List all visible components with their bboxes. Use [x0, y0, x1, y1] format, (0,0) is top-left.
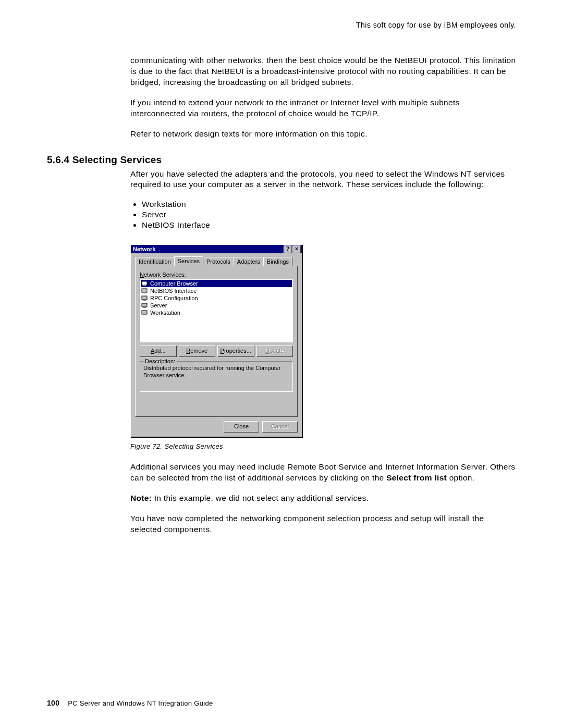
paragraph-1: communicating with other networks, then … — [130, 55, 516, 88]
footer-title: PC Server and Windows NT Integration Gui… — [68, 699, 213, 707]
svg-rect-1 — [143, 285, 146, 286]
tab-strip: Identification Services Protocols Adapte… — [135, 256, 298, 266]
service-label: Computer Browser — [150, 280, 198, 287]
services-listbox[interactable]: Computer Browser NetBIOS Interface — [140, 279, 293, 342]
tab-protocols[interactable]: Protocols — [203, 257, 234, 266]
service-icon — [141, 295, 149, 301]
dialog-cancel-button[interactable]: Cancel — [262, 421, 298, 433]
bullet-list: Workstation Server NetBIOS Interface — [130, 200, 516, 230]
tab-panel-services: Network Services: Computer Browser — [135, 266, 298, 417]
paragraph-4: After you have selected the adapters and… — [130, 169, 516, 191]
page-number: 100 — [47, 699, 59, 707]
dialog-close-button[interactable]: Close — [224, 421, 259, 433]
section-heading: 5.6.4 Selecting Services — [47, 154, 516, 166]
service-icon — [141, 280, 149, 287]
tab-bindings[interactable]: Bindings — [263, 257, 292, 266]
service-item-server[interactable]: Server — [141, 302, 292, 309]
list-item: Workstation — [142, 200, 516, 209]
paragraph-5: Additional services you may need include… — [130, 462, 516, 484]
update-button[interactable]: Update — [256, 346, 293, 357]
dialog-title: Network — [132, 246, 283, 252]
tab-adapters[interactable]: Adapters — [234, 257, 264, 266]
service-icon — [141, 288, 149, 294]
network-dialog: Network ? × Identification Services Prot… — [130, 244, 302, 437]
service-label: Server — [150, 302, 167, 309]
figure-caption: Figure 72. Selecting Services — [130, 442, 516, 450]
help-button[interactable]: ? — [284, 245, 292, 253]
service-icon — [141, 302, 149, 309]
list-item: NetBIOS Interface — [142, 220, 516, 230]
svg-rect-0 — [142, 281, 147, 285]
description-text: Distributed protocol required for runnin… — [143, 365, 289, 378]
svg-rect-3 — [143, 292, 146, 293]
tab-services[interactable]: Services — [174, 256, 203, 266]
service-item-rpc[interactable]: RPC Configuration — [141, 294, 292, 302]
page-footer: 100 PC Server and Windows NT Integration… — [47, 699, 213, 707]
add-button[interactable]: Add... — [140, 346, 177, 357]
tab-identification[interactable]: Identification — [135, 257, 175, 266]
list-label: Network Services: — [140, 272, 293, 278]
service-label: Workstation — [150, 310, 180, 316]
svg-rect-2 — [142, 289, 147, 292]
svg-rect-7 — [143, 307, 146, 308]
figure: Network ? × Identification Services Prot… — [130, 244, 516, 437]
service-label: RPC Configuration — [150, 295, 198, 301]
close-button[interactable]: × — [292, 245, 301, 253]
service-icon — [141, 310, 149, 316]
service-item-netbios[interactable]: NetBIOS Interface — [141, 287, 292, 294]
svg-rect-4 — [142, 296, 147, 300]
description-label: Description: — [143, 358, 177, 364]
paragraph-3: Refer to network design texts for more i… — [130, 129, 516, 140]
remove-button[interactable]: Remove — [179, 346, 216, 357]
paragraph-7: You have now completed the networking co… — [130, 513, 516, 535]
properties-button[interactable]: Properties... — [217, 346, 254, 357]
service-item-workstation[interactable]: Workstation — [141, 309, 292, 316]
service-label: NetBIOS Interface — [150, 288, 197, 294]
svg-rect-5 — [143, 300, 146, 301]
titlebar: Network ? × — [131, 245, 302, 253]
description-group: Description: Distributed protocol requir… — [140, 361, 293, 391]
service-item-computer-browser[interactable]: Computer Browser — [141, 280, 292, 287]
list-item: Server — [142, 210, 516, 219]
header-note: This soft copy for use by IBM employees … — [47, 21, 516, 29]
svg-rect-8 — [142, 311, 147, 314]
paragraph-6: Note: In this example, we did not select… — [130, 493, 516, 504]
svg-rect-6 — [142, 303, 147, 307]
svg-rect-9 — [143, 314, 146, 315]
paragraph-2: If you intend to extend your network to … — [130, 97, 516, 119]
